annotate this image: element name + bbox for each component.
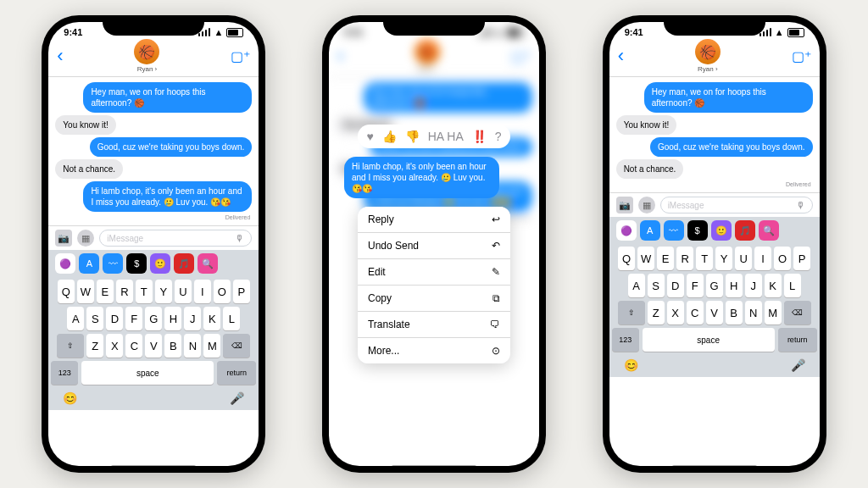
key-J[interactable]: J [745, 274, 762, 297]
app-icon[interactable]: 🙂 [150, 253, 170, 274]
menu-item-translate[interactable]: Translate🗨 [358, 312, 510, 338]
key-P[interactable]: P [233, 280, 250, 303]
apps-button[interactable]: ▦ [77, 230, 94, 247]
contact-header[interactable]: 🏀 Ryan › [695, 39, 721, 73]
key-123[interactable]: 123 [51, 361, 78, 385]
key-Q[interactable]: Q [618, 247, 635, 270]
key-Z[interactable]: Z [86, 334, 103, 358]
back-button[interactable]: ‹ [57, 45, 63, 67]
key-W[interactable]: W [637, 247, 654, 270]
message-bubble[interactable]: Hi lamb chop, it's only been an hour and… [83, 181, 252, 212]
contact-header[interactable]: 🏀 Ryan › [134, 39, 159, 73]
message-input[interactable]: iMessage 🎙 [660, 197, 813, 214]
tapback-option[interactable]: 👍 [382, 130, 397, 143]
menu-item-reply[interactable]: Reply↩ [358, 207, 510, 233]
back-button[interactable]: ‹ [618, 45, 624, 67]
key-Q[interactable]: Q [58, 280, 75, 303]
message-bubble[interactable]: Not a chance. [616, 159, 684, 179]
key-H[interactable]: H [164, 307, 181, 330]
key-delete[interactable]: ⌫ [784, 301, 811, 324]
key-dictation[interactable]: 🎤 [791, 358, 805, 372]
key-S[interactable]: S [86, 307, 103, 330]
key-O[interactable]: O [774, 247, 791, 270]
app-icon[interactable]: $ [687, 220, 708, 241]
app-icon[interactable]: 🎵 [174, 253, 194, 274]
key-emoji[interactable]: 😊 [624, 358, 638, 372]
facetime-button[interactable]: ▢⁺ [231, 48, 250, 64]
tapback-option[interactable]: ? [495, 130, 502, 143]
key-R[interactable]: R [676, 247, 693, 270]
tapback-option[interactable]: ‼️ [472, 130, 487, 143]
key-B[interactable]: B [164, 334, 181, 358]
tapback-option[interactable]: 👎 [405, 130, 420, 143]
key-space[interactable]: space [81, 361, 214, 385]
app-icon[interactable]: 🟣 [55, 253, 75, 274]
message-bubble[interactable]: Good, cuz we're taking you boys down. [90, 137, 253, 157]
key-O[interactable]: O [214, 280, 231, 303]
app-icon[interactable]: A [79, 253, 99, 274]
key-M[interactable]: M [765, 301, 782, 324]
message-bubble[interactable]: Hey man, we on for hoops this afternoon?… [644, 82, 813, 113]
key-Z[interactable]: Z [648, 301, 665, 324]
key-B[interactable]: B [726, 301, 743, 324]
key-return[interactable]: return [778, 328, 817, 352]
menu-item-copy[interactable]: Copy⧉ [358, 286, 510, 312]
key-dictation[interactable]: 🎤 [230, 391, 244, 405]
key-shift[interactable]: ⇧ [618, 301, 645, 324]
key-J[interactable]: J [184, 307, 201, 330]
key-E[interactable]: E [97, 280, 114, 303]
key-C[interactable]: C [687, 301, 704, 324]
key-K[interactable]: K [765, 274, 782, 297]
key-A[interactable]: A [67, 307, 84, 330]
key-K[interactable]: K [203, 307, 220, 330]
tapback-option[interactable]: HA HA [428, 130, 464, 143]
key-G[interactable]: G [145, 307, 162, 330]
message-bubble[interactable]: Good, cuz we're taking you boys down. [650, 137, 813, 157]
message-input[interactable]: iMessage 🎙 [99, 230, 252, 247]
facetime-button[interactable]: ▢⁺ [792, 48, 811, 64]
key-N[interactable]: N [184, 334, 201, 358]
message-bubble[interactable]: You know it! [616, 115, 677, 135]
key-D[interactable]: D [106, 307, 123, 330]
focused-message-bubble[interactable]: Hi lamb chop, it's only been an hour and… [344, 157, 499, 198]
key-V[interactable]: V [706, 301, 723, 324]
key-shift[interactable]: ⇧ [57, 334, 84, 358]
key-return[interactable]: return [217, 361, 256, 385]
camera-button[interactable]: 📷 [55, 230, 72, 247]
app-icon[interactable]: 🔍 [759, 220, 779, 241]
message-bubble[interactable]: Not a chance. [55, 159, 123, 179]
mic-icon[interactable]: 🎙 [235, 233, 244, 243]
menu-item-undo-send[interactable]: Undo Send↶ [358, 233, 510, 259]
key-E[interactable]: E [657, 247, 674, 270]
mic-icon[interactable]: 🎙 [796, 200, 805, 210]
key-L[interactable]: L [784, 274, 801, 297]
app-icon[interactable]: 🔍 [198, 253, 218, 274]
key-G[interactable]: G [706, 274, 723, 297]
key-R[interactable]: R [116, 280, 133, 303]
key-T[interactable]: T [136, 280, 153, 303]
key-H[interactable]: H [726, 274, 743, 297]
key-F[interactable]: F [687, 274, 704, 297]
app-icon[interactable]: $ [126, 253, 147, 274]
key-I[interactable]: I [194, 280, 211, 303]
key-Y[interactable]: Y [715, 247, 732, 270]
key-S[interactable]: S [648, 274, 665, 297]
key-W[interactable]: W [77, 280, 94, 303]
message-bubble[interactable]: You know it! [55, 115, 116, 135]
app-icon[interactable]: 🟣 [616, 220, 637, 241]
key-F[interactable]: F [125, 307, 142, 330]
key-U[interactable]: U [735, 247, 752, 270]
menu-item-edit[interactable]: Edit✎ [358, 259, 510, 286]
app-icon[interactable]: 〰 [103, 253, 123, 274]
key-A[interactable]: A [628, 274, 645, 297]
key-emoji[interactable]: 😊 [63, 391, 77, 405]
apps-button[interactable]: ▦ [638, 197, 655, 214]
camera-button[interactable]: 📷 [616, 197, 633, 214]
app-icon[interactable]: 〰 [664, 220, 684, 241]
key-123[interactable]: 123 [612, 328, 639, 352]
key-V[interactable]: V [145, 334, 162, 358]
key-M[interactable]: M [203, 334, 220, 358]
key-I[interactable]: I [754, 247, 771, 270]
tapback-option[interactable]: ♥ [366, 130, 373, 143]
app-icon[interactable]: A [640, 220, 660, 241]
